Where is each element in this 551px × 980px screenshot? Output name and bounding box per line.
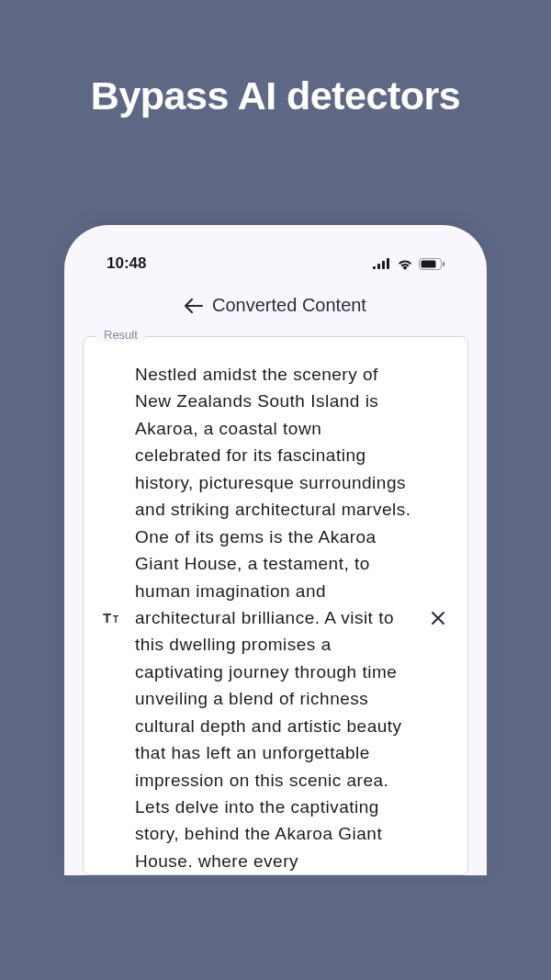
status-time: 10:48	[107, 254, 146, 273]
svg-text:T: T	[113, 614, 118, 625]
close-button[interactable]	[425, 611, 451, 625]
phone-frame: 10:48	[64, 225, 487, 875]
svg-rect-6	[443, 262, 444, 266]
svg-text:T: T	[103, 611, 111, 625]
header-title: Converted Content	[212, 295, 366, 316]
result-label: Result	[96, 328, 145, 342]
text-size-button[interactable]: T T	[100, 611, 126, 625]
svg-rect-3	[387, 258, 389, 269]
hero-title: Bypass AI detectors	[0, 0, 551, 118]
svg-rect-1	[377, 264, 380, 269]
svg-rect-2	[382, 261, 385, 269]
back-arrow-icon[interactable]	[185, 299, 203, 313]
cellular-signal-icon	[373, 258, 391, 269]
wifi-icon	[397, 258, 413, 270]
battery-icon	[419, 258, 444, 270]
result-body-text: Nestled amidst the scenery of New Zealan…	[135, 361, 416, 874]
status-bar: 10:48	[81, 242, 470, 282]
result-card: Result T T Nestled amidst the scenery of…	[83, 336, 468, 875]
text-size-icon: T T	[103, 611, 123, 625]
status-icons	[373, 258, 444, 270]
svg-rect-5	[422, 260, 436, 267]
close-icon	[431, 611, 445, 625]
svg-rect-0	[373, 266, 376, 269]
